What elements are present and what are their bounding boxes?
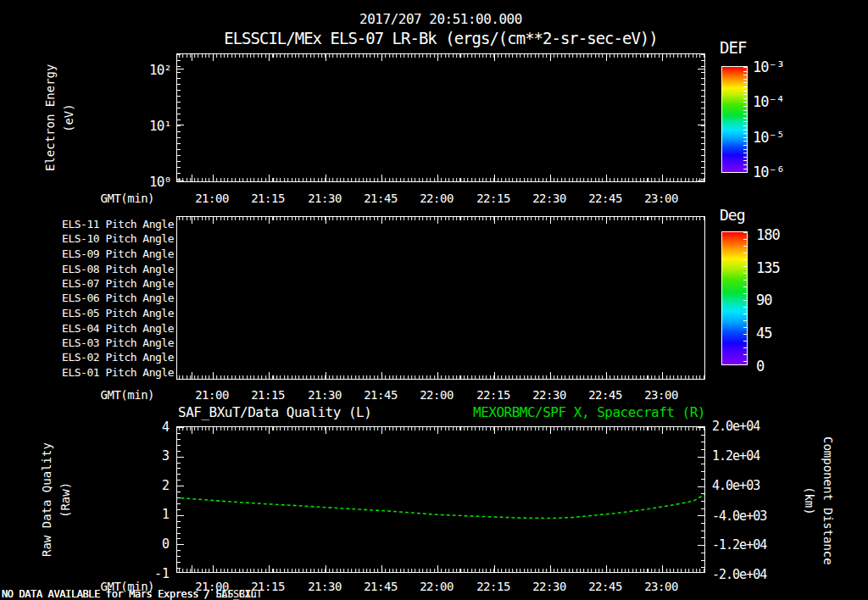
quality-ytick: 1 [132, 507, 170, 522]
xtick-label: 22:30 [524, 580, 575, 593]
x-major-ticks [177, 217, 704, 224]
pitch-row-label: ELS-10 Pitch Angle [47, 232, 174, 245]
xtick-label: 23:00 [636, 580, 687, 593]
x-tick-labels: 21:00 21:15 21:30 21:45 22:00 22:15 22:3… [176, 192, 705, 207]
xtick-label: 22:00 [411, 388, 462, 402]
pitch-row-label: ELS-01 Pitch Angle [47, 366, 174, 379]
xtick-label: 22:45 [580, 580, 631, 593]
y-minor-ticks [177, 54, 181, 181]
deg-colorbar [721, 231, 748, 365]
pitch-row-label: ELS-08 Pitch Angle [47, 263, 174, 275]
quality-ytick: 3 [132, 448, 170, 464]
plot-canvas: 2017/207 20:51:00.000 ELSSCIL/MEx ELS-07… [0, 0, 868, 600]
pitch-row-label: ELS-07 Pitch Angle [47, 277, 174, 290]
xtick-label: 22:30 [524, 192, 575, 205]
xtick-label: 22:00 [411, 192, 462, 205]
xtick-label: 21:45 [355, 192, 406, 205]
pitch-row-label: ELS-11 Pitch Angle [47, 218, 174, 231]
def-colorbar-tick: 10⁻⁶ [753, 164, 784, 181]
spacecraft-x-curve [181, 494, 704, 518]
pitch-row-label: ELS-04 Pitch Angle [47, 322, 174, 335]
deg-colorbar-tick: 135 [756, 259, 780, 276]
deg-colorbar-tick: 90 [756, 292, 771, 308]
xtick-label: 21:45 [355, 580, 406, 593]
def-colorbar-tick: 10⁻⁵ [753, 129, 784, 146]
deg-colorbar-tick: 45 [756, 325, 771, 342]
x-minor-ticks [177, 375, 704, 379]
x-minor-ticks [177, 178, 704, 181]
panel-quality-distance [176, 426, 705, 573]
x-tick-labels: 21:00 21:15 21:30 21:45 22:00 22:15 22:3… [176, 388, 705, 403]
gmt-axis-label: GMT(min) [93, 388, 154, 402]
title-datetime: 2017/207 20:51:00.000 [176, 11, 705, 27]
pitch-row-label: ELS-03 Pitch Angle [47, 336, 174, 349]
xtick-label: 21:30 [299, 580, 350, 593]
xtick-label: 22:45 [580, 388, 631, 402]
spacecraft-x-plot [177, 427, 704, 572]
y-major-ticks [177, 54, 184, 181]
def-colorbar-tick: 10⁻³ [753, 58, 784, 75]
quality-ytick: 0 [132, 536, 170, 552]
xtick-label: 23:00 [636, 388, 687, 402]
distance-ytick: -4.0e+03 [712, 508, 766, 524]
distance-axis-label: Component Distance (km) [795, 419, 837, 582]
def-colorbar-ticks [743, 67, 747, 172]
xtick-label: 21:15 [242, 388, 293, 402]
deg-colorbar-tick: 180 [756, 226, 780, 243]
quality-axis-label: Raw Data Quality (Raw) [37, 426, 85, 573]
distance-ytick: -1.2e+04 [712, 537, 766, 553]
deg-colorbar-ticks [743, 232, 747, 364]
quality-ytick: 2 [132, 478, 170, 493]
quality-title-right: MEXORBMC/SPF X, Spacecraft (R) [176, 404, 705, 420]
x-major-ticks [177, 175, 704, 181]
pitch-row-label: ELS-09 Pitch Angle [47, 247, 174, 260]
xtick-label: 22:15 [468, 388, 519, 402]
xtick-label: 22:00 [411, 580, 462, 593]
xtick-label: 23:00 [636, 192, 687, 205]
x-minor-ticks [177, 217, 704, 220]
xtick-label: 22:15 [468, 580, 519, 593]
panel-energy-spectrogram [176, 53, 705, 182]
distance-ytick: 1.2e+04 [712, 448, 760, 464]
no-data-message: NO DATA AVAILABLE for Mars Express / SAF… [2, 588, 262, 600]
distance-ytick: 2.0e+04 [712, 419, 760, 434]
panel-pitch-angles [176, 216, 705, 380]
pitch-row-label: ELS-02 Pitch Angle [47, 351, 174, 364]
pitch-row-labels: ELS-11 Pitch Angle ELS-10 Pitch Angle EL… [47, 0, 174, 390]
x-major-ticks [177, 54, 704, 61]
xtick-label: 21:30 [299, 192, 350, 205]
def-colorbar [721, 66, 748, 173]
xtick-label: 21:00 [186, 192, 237, 205]
quality-ytick: 4 [132, 419, 170, 435]
pitch-row-label: ELS-06 Pitch Angle [47, 292, 174, 304]
xtick-label: 22:15 [468, 192, 519, 205]
xtick-label: 21:30 [299, 388, 350, 402]
def-colorbar-tick: 10⁻⁴ [753, 93, 784, 110]
x-major-ticks [177, 372, 704, 379]
xtick-label: 21:15 [242, 192, 293, 205]
xtick-label: 22:45 [580, 192, 631, 205]
x-minor-ticks [177, 54, 704, 58]
deg-colorbar-title: Deg [720, 206, 745, 224]
xtick-label: 21:45 [355, 388, 406, 402]
def-colorbar-title: DEF [720, 38, 746, 57]
xtick-label: 22:30 [524, 388, 575, 402]
title-instrument: ELSSCIL/MEx ELS-07 LR-Bk (ergs/(cm**2-sr… [176, 29, 705, 47]
distance-ytick: -2.0e+04 [712, 567, 766, 582]
xtick-label: 21:00 [186, 388, 237, 402]
deg-colorbar-tick: 0 [756, 358, 764, 375]
pitch-row-label: ELS-05 Pitch Angle [47, 307, 174, 319]
distance-ytick: 4.0e+03 [712, 478, 760, 493]
y-minor-ticks [701, 54, 704, 181]
y-major-ticks [698, 54, 704, 181]
